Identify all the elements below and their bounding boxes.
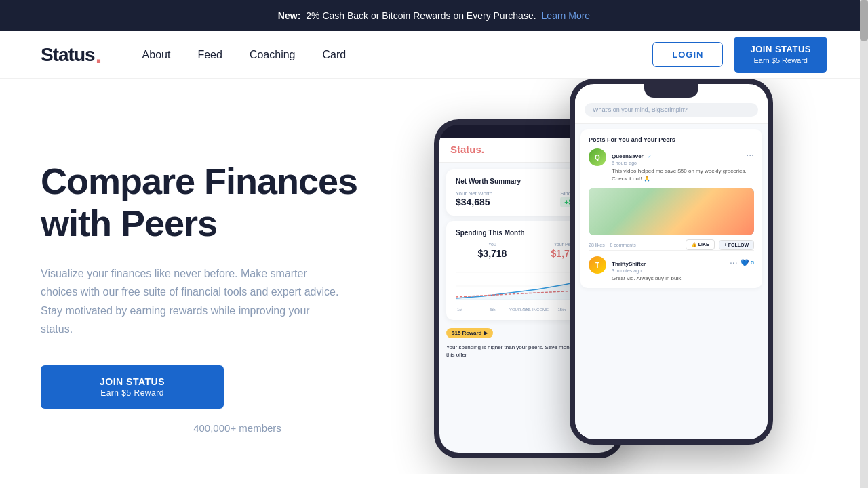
post-2-more[interactable]: ··· [730, 257, 738, 268]
post-2-text: Great vid. Always buy in bulk! [612, 275, 754, 281]
hero-title: Compare Finances with Peers [41, 160, 434, 244]
nav-card[interactable]: Card [322, 49, 346, 61]
like-button[interactable]: 👍 LIKE [686, 239, 715, 250]
you-value: $3,718 [478, 248, 507, 259]
hero-subtitle: Visualize your finances like never befor… [41, 264, 339, 338]
post-1-time: 6 hours ago [612, 161, 754, 165]
phone-right-inner: What's on your mind, BigScrimpin? Posts … [575, 98, 768, 445]
nav-links: About Feed Coaching Card [142, 49, 653, 61]
post-2-name: ThriftyShifter [612, 261, 646, 267]
learn-more-link[interactable]: Learn More [542, 10, 591, 21]
scrollbar[interactable] [860, 0, 868, 474]
post-1-name: QueenSaver [612, 153, 644, 159]
post-1-info: QueenSaver ✓ ··· 6 hours ago This video … [612, 148, 754, 182]
phone-right-header: What's on your mind, BigScrimpin? [575, 98, 768, 124]
scrollbar-thumb[interactable] [860, 0, 868, 41]
join-label-nav: JOIN STATUS [750, 44, 811, 54]
posts-title: Posts For You and Your Peers [589, 136, 754, 143]
logo[interactable]: Status. [41, 43, 102, 67]
post-1-actions: 28 likes 8 comments 👍 LIKE + FOLLOW [589, 239, 754, 250]
join-sub-nav: Earn $5 Reward [750, 56, 811, 66]
phone-right: What's on your mind, BigScrimpin? Posts … [570, 79, 773, 445]
post-2-actions: ··· 💙 5 [730, 257, 754, 268]
nav-actions: LOGIN JOIN STATUS Earn $5 Reward [652, 37, 827, 73]
join-button-hero[interactable]: JOIN STATUS Earn $5 Reward [41, 365, 224, 409]
navbar: Status. About Feed Coaching Card LOGIN J… [0, 31, 868, 79]
member-count: 400,000+ members [41, 422, 434, 434]
banner-message: 2% Cash Back or Bitcoin Rewards on Every… [306, 10, 536, 21]
reward-badge[interactable]: $15 Reward ▶ [446, 328, 493, 338]
post-item-2: T ThriftyShifter ··· 💙 5 [589, 250, 754, 281]
post-1-verified: ✓ [648, 154, 652, 159]
post-1-avatar: Q [589, 148, 606, 166]
post-2-content: ThriftyShifter ··· 💙 5 3 minutes ago Gre… [612, 256, 754, 281]
logo-dot: . [96, 43, 102, 67]
you-label: You [478, 242, 507, 247]
join-hero-label: JOIN STATUS [100, 376, 165, 387]
post-2-time: 3 minutes ago [612, 268, 754, 273]
top-banner: New: 2% Cash Back or Bitcoin Rewards on … [0, 0, 868, 31]
heart-icon: 💙 [741, 259, 749, 266]
heart-count: 5 [751, 260, 754, 266]
net-worth-value: $34,685 [456, 197, 492, 207]
nav-coaching[interactable]: Coaching [250, 49, 296, 61]
post-1-image: ▶ [589, 188, 754, 235]
posts-card: Posts For You and Your Peers Q QueenSave… [580, 129, 762, 288]
join-hero-sub: Earn $5 Reward [68, 388, 197, 398]
join-button-nav[interactable]: JOIN STATUS Earn $5 Reward [734, 37, 827, 73]
banner-new-label: New: [278, 10, 300, 21]
post-1-stats: 28 likes 8 comments [589, 243, 682, 247]
phone-right-notch [644, 84, 698, 98]
post-2-avatar: T [589, 256, 606, 274]
search-bar[interactable]: What's on your mind, BigScrimpin? [585, 103, 758, 117]
follow-button[interactable]: + FOLLOW [719, 240, 754, 250]
post-item-1: Q QueenSaver ✓ ··· 6 hours ago This vide… [589, 148, 754, 182]
phone-left-notch [502, 125, 556, 138]
post-image-bg [589, 188, 754, 235]
logo-text: Status [41, 44, 95, 66]
spending-you: You $3,718 [478, 242, 507, 259]
net-worth-label: Your Net Worth [456, 190, 492, 197]
post-1-more[interactable]: ··· [746, 149, 754, 160]
net-worth-left: Your Net Worth $34,685 [456, 190, 492, 207]
hero-left: Compare Finances with Peers Visualize yo… [41, 79, 434, 474]
post-1-text: This video helped me save $50 on my week… [612, 167, 754, 182]
login-button[interactable]: LOGIN [652, 42, 723, 67]
nav-feed[interactable]: Feed [197, 49, 222, 61]
nav-about[interactable]: About [142, 49, 171, 61]
hero-section: Compare Finances with Peers Visualize yo… [0, 79, 868, 474]
phone-mockups: Status. Net Worth Summary Your Net Worth… [434, 79, 827, 468]
